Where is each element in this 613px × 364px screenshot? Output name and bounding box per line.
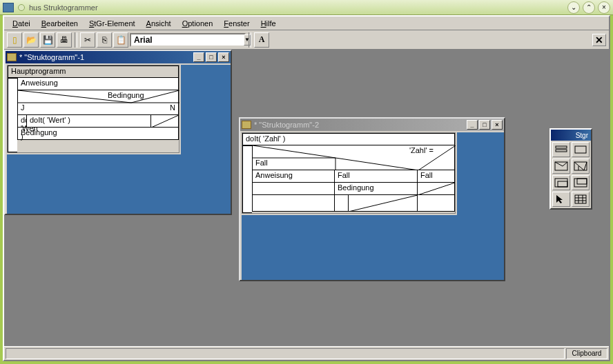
app-window: Dateidocument.currentScript.previousElem… (3, 15, 610, 361)
open-button[interactable]: 📂 (23, 32, 39, 48)
diagram-no: N (170, 103, 175, 112)
blue-area (242, 215, 504, 280)
svg-line-9 (349, 195, 418, 212)
diagram-empty[interactable] (151, 115, 179, 128)
child-maximize-button[interactable]: □ (206, 52, 217, 62)
diagram-bedingung2[interactable]: Bedingung (17, 128, 179, 140)
diagram2-empty[interactable] (252, 183, 335, 195)
toolbar-separator (75, 32, 77, 48)
svg-rect-23 (577, 179, 587, 184)
palette-grid-icon[interactable] (572, 192, 590, 207)
diagram2-empty[interactable] (252, 195, 335, 212)
paste-button[interactable]: 📋 (113, 32, 128, 48)
child-titlebar-2[interactable]: * "Struktogramm"-2 _ □ × (240, 119, 504, 131)
child-close-button[interactable]: × (218, 52, 229, 62)
diagram2-anweisung[interactable]: Anweisung (252, 170, 335, 183)
svg-rect-22 (574, 179, 587, 187)
palette-pointer-icon[interactable] (552, 192, 570, 207)
font-style-button[interactable]: A (254, 32, 269, 48)
save-button[interactable]: 💾 (40, 32, 55, 48)
svg-line-17 (574, 162, 584, 170)
blue-area (7, 154, 231, 214)
palette-block-icon[interactable] (572, 142, 590, 157)
workspace: * "Struktogramm"-1 _ □ × Hauptprogramm A… (4, 50, 609, 346)
child-minimize-button[interactable]: _ (193, 52, 204, 62)
toolbar: ▯ 📂 💾 🖶 ✂ ⎘ 📋 ▼ A ✕ (4, 30, 609, 50)
child-title-2: * "Struktogramm"-2 (254, 121, 465, 129)
svg-rect-11 (556, 150, 567, 152)
toolbar-separator (249, 32, 251, 48)
menu-options[interactable]: Optionen (177, 18, 219, 29)
mdi-close-button[interactable]: ✕ (592, 34, 606, 46)
palette-case-icon[interactable] (572, 159, 590, 174)
palette-decision-icon[interactable] (552, 159, 570, 174)
status-message (6, 348, 565, 359)
menu-help[interactable]: Hilfe (255, 18, 282, 29)
menu-edit[interactable]: Bearbeiten (36, 18, 84, 29)
diagram-doit[interactable]: doIt( 'Wert' ) (27, 115, 151, 128)
menu-view[interactable]: Ansicht (141, 18, 177, 29)
svg-rect-21 (558, 181, 567, 187)
doc-icon (242, 121, 251, 129)
doc-icon (7, 53, 17, 61)
svg-rect-10 (556, 146, 567, 148)
child-window-2: * "Struktogramm"-2 _ □ × doIt( 'Zahl' ) … (239, 117, 505, 281)
font-input[interactable] (131, 35, 244, 45)
child-window-1: * "Struktogramm"-1 _ □ × Hauptprogramm A… (4, 50, 232, 215)
tool-palette[interactable]: Stgr (549, 128, 592, 210)
child-minimize-button[interactable]: _ (467, 120, 478, 130)
menu-file[interactable]: Dateidocument.currentScript.previousElem… (7, 18, 36, 29)
diagram-doit[interactable]: doIt( 'Wert' ) (17, 115, 27, 128)
minimize-button[interactable]: ⌄ (567, 1, 580, 14)
svg-rect-20 (555, 179, 567, 187)
cut-button[interactable]: ✂ (80, 32, 95, 48)
svg-line-3 (151, 115, 179, 128)
new-button[interactable]: ▯ (7, 32, 22, 48)
print-button[interactable]: 🖶 (57, 32, 72, 48)
child-title-1: * "Struktogramm"-1 (19, 53, 192, 61)
diagram-bedingung[interactable]: Bedingung (108, 91, 144, 99)
statusbar: Clipboard (4, 346, 609, 360)
palette-loop-bottom-icon[interactable] (572, 175, 590, 190)
svg-line-4 (253, 145, 418, 170)
palette-loop-top-icon[interactable] (552, 175, 570, 190)
diagram2-fall1: Fall (255, 159, 268, 167)
svg-line-8 (418, 183, 455, 195)
diagram2-bedingung[interactable]: Bedingung (335, 183, 418, 195)
svg-line-14 (555, 162, 563, 166)
menu-element[interactable]: StGr-Element (84, 18, 141, 29)
menu-window[interactable]: Fenster (218, 18, 255, 29)
diagram2-diag[interactable] (349, 195, 417, 211)
diagram-anweisung[interactable]: Anweisung (17, 78, 179, 90)
diagram2-fall2[interactable]: Fall (335, 170, 418, 183)
menubar: Dateidocument.currentScript.previousElem… (4, 17, 609, 30)
os-window-title: hus Struktogrammer (29, 3, 565, 12)
app-icon (3, 3, 14, 12)
svg-rect-12 (575, 146, 586, 153)
diagram-main[interactable]: Hauptprogramm (8, 65, 179, 78)
close-button[interactable]: × (598, 1, 610, 14)
palette-sequence-icon[interactable] (552, 142, 570, 157)
child-titlebar-1[interactable]: * "Struktogramm"-1 _ □ × (6, 51, 231, 63)
status-dot-icon (18, 4, 25, 11)
os-titlebar: hus Struktogrammer ⌄ ⌃ × (0, 0, 613, 15)
child-close-button[interactable]: × (492, 120, 503, 130)
copy-button[interactable]: ⎘ (97, 32, 112, 48)
diagram2-zahl[interactable]: 'Zahl' = (409, 146, 434, 154)
diagram2-empty[interactable] (418, 195, 455, 212)
child-maximize-button[interactable]: □ (479, 120, 490, 130)
maximize-button[interactable]: ⌃ (583, 1, 595, 14)
diagram2-diag[interactable] (418, 183, 455, 195)
svg-rect-24 (575, 195, 586, 203)
diagram2-doit[interactable]: doIt( 'Zahl' ) (242, 133, 455, 145)
font-select[interactable]: ▼ (130, 33, 246, 47)
svg-line-15 (563, 162, 567, 166)
diagram-yes: J (21, 103, 25, 112)
svg-line-18 (584, 162, 587, 170)
palette-title[interactable]: Stgr (551, 130, 591, 141)
diagram2-fall3[interactable]: Fall (418, 170, 455, 183)
status-clipboard: Clipboard (566, 348, 607, 359)
